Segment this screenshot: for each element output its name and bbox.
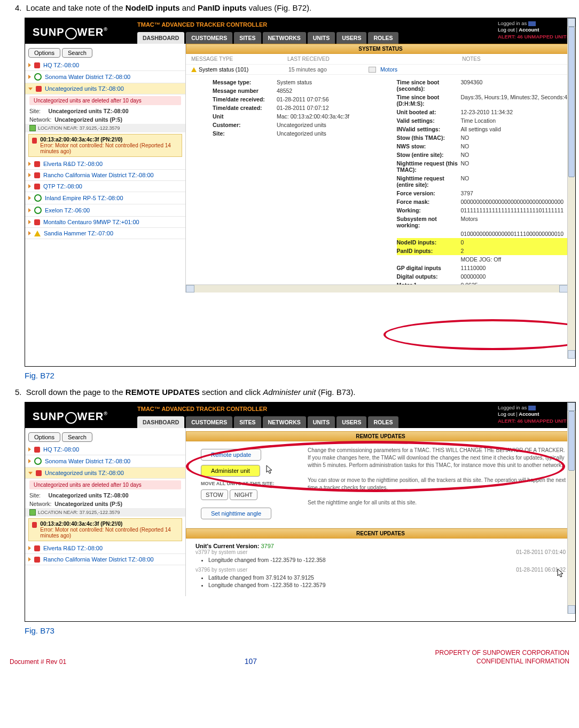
- tab-networks[interactable]: NETWORKS: [263, 32, 306, 44]
- expand-icon[interactable]: [369, 67, 376, 73]
- account-link[interactable]: Account: [519, 411, 539, 417]
- unit-error-box[interactable]: 00:13:a2:00:40:3a:4c:3f (PN:2!/0)Error: …: [28, 134, 182, 157]
- options-button[interactable]: Options: [28, 48, 60, 58]
- alert-banner[interactable]: ALERT: 46 UNMAPPED UNITS: [498, 34, 570, 40]
- search-button[interactable]: Search: [62, 432, 92, 442]
- expand-icon: [28, 75, 31, 79]
- app-title: TMAC™ ADVANCED TRACKER CONTROLLER: [137, 406, 267, 412]
- sidebar-item[interactable]: Elverta R&D TZ:-08:00: [25, 159, 185, 170]
- tab-users[interactable]: USERS: [337, 32, 366, 44]
- stow-button[interactable]: STOW: [201, 489, 228, 500]
- update-time: 01-28-2011 06:01:32: [486, 567, 566, 590]
- sidebar-item-label: Inland Empire RP-5 TZ:-08:00: [45, 195, 123, 201]
- sidebar-item[interactable]: HQ TZ:-08:00: [25, 60, 185, 71]
- sidebar-item[interactable]: QTP TZ:-08:00: [25, 181, 185, 192]
- sidebar-item-label: Sonoma Water District TZ:-08:00: [45, 74, 130, 80]
- sidebar-item-label: Montalto Centauro 9MWP TZ:+01:00: [43, 219, 139, 225]
- night-button[interactable]: NIGHT: [230, 489, 257, 500]
- kv-row: Digital outputs:00000000: [397, 272, 576, 281]
- h-scrollbar[interactable]: [186, 284, 568, 292]
- kv-row: INValid settings:All settings valid: [397, 125, 576, 133]
- administer-unit-button[interactable]: Administer unit: [201, 465, 260, 477]
- kv-row: Working:01111111111111111111111110111111…: [397, 206, 576, 215]
- set-nighttime-angle-button[interactable]: Set nighttime angle: [201, 508, 271, 519]
- kv-row: Site:Uncategorized units: [213, 129, 392, 138]
- sidebar-item[interactable]: HQ TZ:-08:00: [25, 444, 185, 455]
- tab-sites[interactable]: SITES: [234, 32, 261, 44]
- kv-row: Force mask:00000000000000000000000000000…: [397, 197, 576, 206]
- sidebar-item-label: Sandia Hammer TZ:-07:00: [44, 230, 113, 236]
- message-row[interactable]: System status (101) 15 minutes ago Motor…: [186, 65, 575, 75]
- sidebar-item[interactable]: Uncategorized units TZ:-08:00: [25, 468, 185, 479]
- tab-customers[interactable]: CUSTOMERS: [186, 32, 232, 44]
- change-item: Longitude changed from -122.3579 to -122…: [208, 556, 486, 564]
- sidebar-item-label: Uncategorized units TZ:-08:00: [45, 85, 124, 92]
- sidebar-item[interactable]: Montalto Centauro 9MWP TZ:+01:00: [25, 217, 185, 228]
- tab-users[interactable]: USERS: [337, 416, 366, 428]
- status-icon: [34, 184, 40, 189]
- kv-row: Message type:System status: [213, 78, 392, 86]
- unit-error-box[interactable]: 00:13:a2:00:40:3a:4c:3f (PN:2!/0)Error: …: [28, 518, 182, 541]
- kv-row: UnitMac: 00:13:a2:00:40:3a:4c:3f: [213, 112, 392, 121]
- sidebar: OptionsSearchHQ TZ:-08:00Sonoma Water Di…: [25, 44, 186, 292]
- tab-sites[interactable]: SITES: [234, 416, 261, 428]
- tab-roles[interactable]: ROLES: [368, 32, 398, 44]
- search-button[interactable]: Search: [62, 48, 92, 58]
- alert-banner[interactable]: ALERT: 46 UNMAPPED UNITS: [498, 418, 570, 424]
- remote-update-button[interactable]: Remote update: [201, 449, 261, 461]
- expand-icon: [28, 184, 31, 188]
- recent-updates-header: RECENT UPDATES: [186, 528, 575, 539]
- tab-customers[interactable]: CUSTOMERS: [186, 416, 232, 428]
- update-time: 01-28-2011 07:01:40: [486, 549, 566, 567]
- tab-roles[interactable]: ROLES: [368, 416, 398, 428]
- status-icon: [34, 231, 41, 236]
- logout-link[interactable]: Log out: [498, 411, 515, 417]
- sidebar-item-label: Exelon TZ:-06:00: [45, 207, 90, 213]
- sidebar-item-label: Elverta R&D TZ:-08:00: [43, 161, 103, 167]
- status-icon: [34, 457, 42, 465]
- sidebar-item[interactable]: Sandia Hammer TZ:-07:00: [25, 228, 185, 239]
- sidebar-item-label: Uncategorized units TZ:-08:00: [45, 470, 124, 476]
- expand-icon: [28, 208, 31, 212]
- sidebar-item[interactable]: Inland Empire RP-5 TZ:-08:00: [25, 192, 185, 204]
- status-icon: [34, 207, 42, 214]
- sidebar-item[interactable]: Uncategorized units TZ:-08:00: [25, 83, 185, 94]
- tab-dashboard[interactable]: DASHBOARD: [137, 32, 184, 44]
- kv-row: Time/date received:01-28-2011 07:07:56: [213, 95, 392, 104]
- sidebar: OptionsSearchHQ TZ:-08:00Sonoma Water Di…: [25, 428, 186, 596]
- figure-b73: SUNPWER® TMAC™ ADVANCED TRACKER CONTROLL…: [25, 402, 576, 622]
- kv-row: Message number48552: [213, 86, 392, 95]
- expand-icon: [28, 231, 31, 235]
- sidebar-item-label: QTP TZ:-08:00: [43, 183, 82, 189]
- tab-units[interactable]: UNITS: [308, 32, 335, 44]
- page-number: 107: [245, 657, 257, 666]
- v-scrollbar[interactable]: [567, 402, 575, 614]
- sidebar-item[interactable]: Elverta R&D TZ:-08:00: [25, 543, 185, 554]
- options-button[interactable]: Options: [28, 432, 60, 442]
- sidebar-item[interactable]: Rancho California Water District TZ:-08:…: [25, 554, 185, 565]
- expand-icon: [28, 88, 33, 90]
- account-link[interactable]: Account: [519, 27, 539, 33]
- kv-row: MODE JOG: Off: [397, 255, 576, 264]
- kv-row: NWS stow:NO: [397, 142, 576, 151]
- expand-icon: [28, 557, 31, 561]
- sidebar-item[interactable]: Rancho California Water District TZ:-08:…: [25, 170, 185, 181]
- logout-link[interactable]: Log out: [498, 27, 515, 33]
- sidebar-item-label: HQ TZ:-08:00: [43, 446, 79, 453]
- step-5-text: 5. Scroll down the page to the REMOTE UP…: [15, 387, 569, 397]
- tab-dashboard[interactable]: DASHBOARD: [137, 416, 184, 428]
- sidebar-item[interactable]: Sonoma Water District TZ:-08:00: [25, 455, 185, 468]
- sidebar-item[interactable]: Exelon TZ:-06:00: [25, 204, 185, 217]
- stow-desc: You can stow or move to the nighttime po…: [308, 477, 568, 492]
- highlight-oval: [384, 319, 576, 350]
- message-note-link[interactable]: Motors: [380, 66, 397, 73]
- v-scrollbar[interactable]: [567, 18, 575, 359]
- tab-units[interactable]: UNITS: [308, 416, 335, 428]
- tab-networks[interactable]: NETWORKS: [263, 416, 306, 428]
- network-meta: Network: Uncategorized units (P:5): [25, 115, 185, 124]
- sidebar-item[interactable]: Sonoma Water District TZ:-08:00: [25, 71, 185, 83]
- location-bar: LOCATION NEAR: 37.9125,-122.3579: [25, 124, 185, 132]
- expand-icon: [28, 162, 31, 166]
- expand-icon: [28, 173, 31, 177]
- move-units-label: MOVE ALL UNITS AT THIS SITE:: [201, 481, 297, 486]
